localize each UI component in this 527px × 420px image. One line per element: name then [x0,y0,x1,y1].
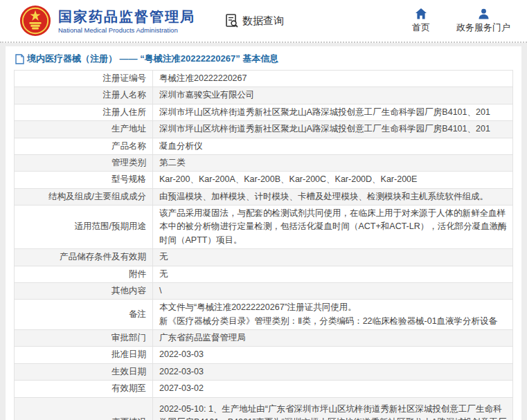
row-label: 结构及组成/主要组成成分 [48,192,146,201]
row-value: 2022-03-03 [153,347,513,363]
row-value: 第二类 [153,154,513,171]
info-table: 注册证编号 粤械注准20222220267 注册人名称 深圳市嘉骏实业有限公司 … [14,70,513,420]
row-value: 凝血分析仪 [153,138,513,154]
row-value: 广东省药品监督管理局 [153,330,513,347]
table-row: 审批部门 广东省药品监督管理局 [15,330,513,347]
row-value: 2022-03-03 [153,363,513,380]
row-value: 深圳市嘉骏实业有限公司 [153,87,513,104]
row-label: 管理类别 [111,158,146,167]
home-icon [415,8,427,19]
agency-titles: 国家药品监督管理局 National Medical Products Admi… [58,8,195,34]
row-value: 由预温模块、加样模块、计时模块、卡槽及处理模块、检测模块和主机系统软件组成。 [153,188,513,205]
table-row: 生产地址 深圳市坪山区坑梓街道秀新社区聚龙山A路深城投创意工厂生命科学园厂房B4… [15,121,513,138]
table-row: 变更情况 2022-05-10: 1、生产地址由“广东省深圳市坪山区坑梓街道秀新… [15,397,513,420]
table-row: 批准日期 2022-03-03 [15,347,513,363]
row-value: 无 [153,266,513,282]
nav-gov-portal-label: 政务服务门户 [456,21,510,34]
row-value: 深圳市坪山区坑梓街道秀新社区聚龙山A路深城投创意工厂生命科学园厂房B4101、2… [153,121,513,138]
row-label: 变更情况 [111,417,146,420]
nav-home[interactable]: 首页 [412,8,430,34]
table-row: 管理类别 第二类 [15,154,513,171]
row-value: Kar-200、Kar-200A、Kar-200B、Kar-200C、Kar-2… [153,172,513,188]
row-label: 审批部门 [111,333,146,343]
row-value: 本文件与“粤械注准20222220267”注册证共同使用。 新《医疗器械分类目录… [153,300,513,330]
agency-logo[interactable]: 国家药品监督管理局 National Medical Products Admi… [19,5,195,37]
row-label: 产品名称 [111,141,146,151]
row-value: 该产品采用凝固法，与配套的检测试剂共同使用，在临床上用于对来源于人体的新鲜全血样… [153,206,513,249]
table-row: 型号规格 Kar-200、Kar-200A、Kar-200B、Kar-200C、… [15,172,513,188]
row-value: 无 [153,249,513,266]
data-query-label: 数据查询 [242,15,284,28]
table-row: 附件 无 [15,266,513,282]
nav-gov-portal[interactable]: 政务服务门户 [456,8,510,34]
info-table-body: 注册证编号 粤械注准20222220267 注册人名称 深圳市嘉骏实业有限公司 … [15,71,513,420]
row-label: 注册人住所 [103,107,147,117]
page-title: 境内医疗器械（注册） —— “粤械注准20222220267” 基本信息 [27,53,278,65]
row-value: 粤械注准20222220267 [153,71,513,87]
breadcrumb: 境内医疗器械（注册） —— “粤械注准20222220267” 基本信息 [14,46,513,70]
header-nav: 首页 政务服务门户 [412,8,517,34]
table-row: 有效期至 2027-03-02 [15,381,513,397]
row-label: 型号规格 [111,174,146,184]
table-row: 其他内容 \ [15,282,513,299]
row-label: 产品储存条件及有效期 [60,252,146,262]
site-header: 国家药品监督管理局 National Medical Products Admi… [0,0,527,43]
row-label: 生产地址 [111,124,146,134]
page-document-icon [15,54,24,64]
row-label: 注册人名称 [103,90,147,100]
nav-home-label: 首页 [412,21,430,34]
user-icon [478,8,490,19]
row-label: 生效日期 [111,367,146,376]
table-row: 注册人名称 深圳市嘉骏实业有限公司 [15,87,513,104]
row-label: 备注 [129,309,146,319]
row-value: 2027-03-02 [153,381,513,397]
table-row: 注册证编号 粤械注准20222220267 [15,71,513,87]
national-emblem-icon [19,5,51,37]
row-label: 批准日期 [111,349,146,359]
row-value: 2022-05-10: 1、生产地址由“广东省深圳市坪山区坑梓街道秀新社区深城投… [153,397,513,420]
agency-name-en: National Medical Products Administration [58,26,195,34]
table-row: 产品储存条件及有效期 无 [15,249,513,266]
table-row: 结构及组成/主要组成成分 由预温模块、加样模块、计时模块、卡槽及处理模块、检测模… [15,188,513,205]
row-value: 深圳市坪山区坑梓街道秀新社区聚龙山A路深城投创意工厂生命科学园厂房B4101、2… [153,104,513,120]
document-search-icon [224,13,240,28]
agency-name-cn: 国家药品监督管理局 [58,8,195,25]
table-row: 注册人住所 深圳市坪山区坑梓街道秀新社区聚龙山A路深城投创意工厂生命科学园厂房B… [15,104,513,120]
row-label: 有效期至 [111,383,146,393]
row-label: 附件 [129,269,146,279]
row-label: 适用范围/预期用途 [75,221,146,231]
row-label: 其他内容 [111,286,146,295]
content-card: 境内医疗器械（注册） —— “粤械注准20222220267” 基本信息 注册证… [6,46,521,420]
table-row: 生效日期 2022-03-03 [15,363,513,380]
data-query-tab[interactable]: 数据查询 [224,13,284,28]
row-label: 注册证编号 [103,73,147,83]
table-row: 备注 本文件与“粤械注准20222220267”注册证共同使用。 新《医疗器械分… [15,300,513,330]
row-value: \ [153,282,513,299]
table-row: 适用范围/预期用途 该产品采用凝固法，与配套的检测试剂共同使用，在临床上用于对来… [15,206,513,249]
table-row: 产品名称 凝血分析仪 [15,138,513,154]
